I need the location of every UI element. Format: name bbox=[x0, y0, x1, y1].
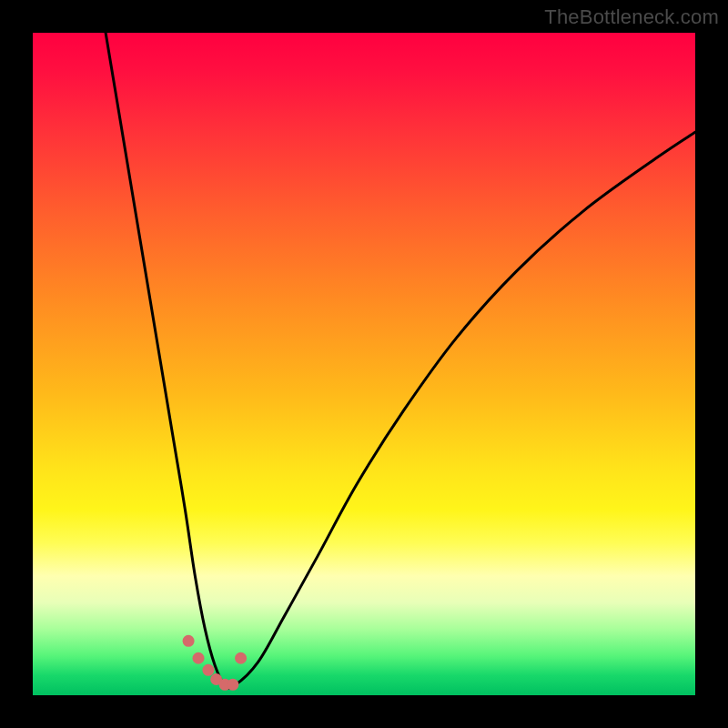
highlight-dot bbox=[183, 635, 195, 647]
plot-area bbox=[33, 33, 695, 695]
curve-svg bbox=[33, 33, 695, 695]
watermark-text: TheBottleneck.com bbox=[544, 5, 719, 29]
highlight-dot bbox=[227, 679, 238, 691]
bottleneck-curve-path bbox=[106, 33, 695, 688]
highlight-dot bbox=[193, 652, 205, 664]
highlight-dot bbox=[202, 664, 214, 676]
chart-frame: TheBottleneck.com bbox=[0, 0, 728, 728]
highlight-dot bbox=[235, 652, 247, 664]
